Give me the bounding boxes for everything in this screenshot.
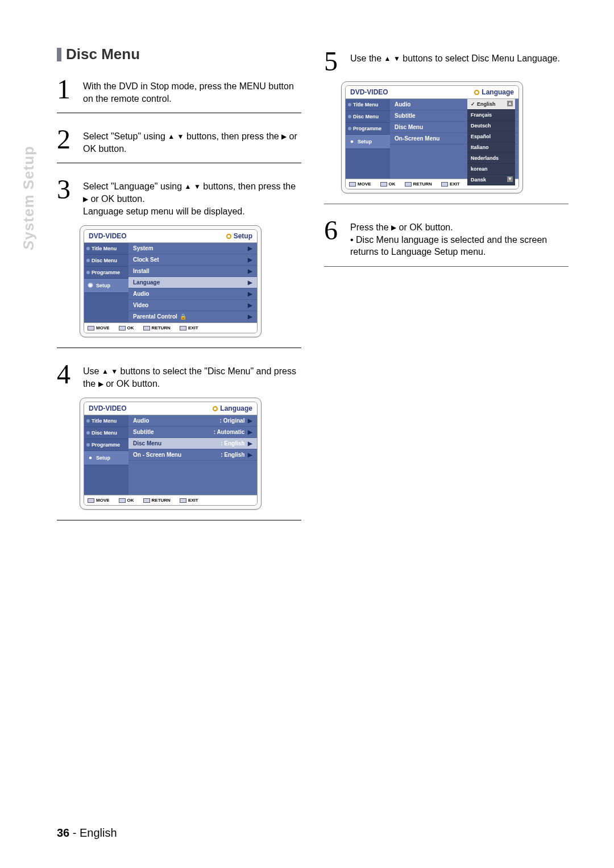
divider [57,520,301,520]
divider [57,113,301,113]
right-arrow-icon: ▶ [248,268,252,274]
osd-foot-move: MOVE [88,498,110,503]
osd-foot-exit: EXIT [180,325,198,330]
ring-icon [213,406,218,411]
osd-side-item-setup: Setup [84,451,128,465]
osd-row: Parental Control🔒▶ [128,311,257,323]
right-arrow-icon: ▶ [248,291,252,297]
osd-device-label: DVD-VIDEO [89,232,127,240]
gear-icon [86,282,94,290]
osd-lang-option: Français [467,110,515,121]
step-2-text: Select "Setup" using ▲ ▼ buttons, then p… [83,127,301,155]
step-number: 6 [324,218,343,242]
osd-breadcrumb: Language [213,404,252,412]
step-6-text: Press the ▶ or OK button. • Disc Menu la… [350,218,569,258]
osd-foot-ok: OK [380,181,396,187]
osd-side-item: Title Menu [346,99,390,111]
osd-foot-ok: OK [119,325,134,330]
osd-row: Install▶ [128,266,257,277]
right-arrow-icon: ▶ [248,245,252,251]
osd-side-item: Disc Menu [84,255,128,267]
osd-row: Clock Set▶ [128,254,257,266]
step-number: 1 [57,77,76,101]
right-arrow-icon: ▶ [248,302,252,308]
osd-side-item-setup: Setup [346,135,390,149]
osd-sidebar: Title Menu Disc Menu Programme Setup [84,243,128,323]
right-triangle-icon: ▶ [281,132,287,141]
osd-language-dropdown: English▲ Français Deutsch Español Italia… [467,99,515,185]
step-number: 4 [57,362,76,386]
osd-side-item-setup: Setup [84,279,128,293]
osd-lang-option: Italiano [467,142,515,153]
step-number: 3 [57,177,76,201]
divider [324,266,569,267]
step-number: 2 [57,127,76,151]
down-triangle-icon: ▼ [194,182,201,191]
osd-side-item: Title Menu [84,243,128,255]
osd-row: Audio▶ [128,288,257,300]
right-arrow-icon: ▶ [248,452,252,458]
step-3-text: Select "Language" using ▲ ▼ buttons, the… [83,177,301,217]
ring-icon [226,234,231,239]
page-number: 36 - English [57,826,117,840]
osd-setup-menu: DVD-VIDEO Setup Title Menu Disc Menu Pro… [80,225,262,337]
osd-side-item: Disc Menu [346,111,390,123]
osd-row-selected: Disc Menu: English ▶ [128,438,257,449]
up-triangle-icon: ▲ [384,54,391,63]
svg-point-2 [351,140,354,143]
osd-foot-exit: EXIT [441,181,460,187]
down-triangle-icon: ▼ [393,54,400,63]
osd-foot-return: RETURN [143,498,171,503]
osd-footer: MOVE OK RETURN EXIT [84,323,257,333]
osd-side-item: Programme [84,267,128,279]
title-accent-bar [57,48,61,61]
divider [57,163,301,163]
step-4-text: Use ▲ ▼ buttons to select the "Disc Menu… [83,362,301,390]
osd-main-list: Audio: Original ▶ Subtitle: Automatic ▶ … [128,415,257,495]
right-arrow-icon: ▶ [248,313,252,320]
gear-icon [86,454,94,462]
up-triangle-icon: ▲ [185,182,192,191]
osd-row: Video▶ [128,300,257,311]
lock-icon: 🔒 [180,313,186,320]
step-5-text: Use the ▲ ▼ buttons to select Disc Menu … [350,49,560,65]
up-triangle-icon: ▲ [168,132,175,141]
osd-foot-move: MOVE [349,181,371,187]
osd-row: Subtitle: Automatic ▶ [128,427,257,438]
up-triangle-icon: ▲ [102,367,109,376]
step-1-text: With the DVD in Stop mode, press the MEN… [83,77,301,105]
osd-sidebar: Title Menu Disc Menu Programme Setup [346,99,390,179]
osd-lang-option: korean [467,164,515,175]
osd-lang-option: Español [467,131,515,142]
right-triangle-icon: ▶ [83,195,88,204]
right-triangle-icon: ▶ [391,223,396,232]
gear-icon [348,138,356,146]
divider [57,348,301,348]
right-triangle-icon: ▶ [98,379,103,388]
osd-device-label: DVD-VIDEO [89,404,127,412]
osd-lang-option: Deutsch [467,121,515,131]
osd-side-item: Programme [84,439,128,451]
osd-footer: MOVE OK RETURN EXIT [84,495,257,505]
osd-row: System▶ [128,243,257,254]
down-triangle-icon: ▼ [177,132,184,141]
osd-row: On - Screen Menu: English ▶ [128,449,257,461]
right-arrow-icon: ▶ [248,429,252,435]
osd-side-item: Title Menu [84,415,128,427]
osd-sidebar: Title Menu Disc Menu Programme Setup [84,415,128,495]
osd-row-selected: Language▶ [128,277,257,288]
osd-side-item: Disc Menu [84,427,128,439]
right-arrow-icon: ▶ [248,440,252,447]
osd-foot-return: RETURN [143,325,171,330]
osd-main-list: System▶ Clock Set▶ Install▶ Language▶ Au… [128,243,257,323]
scroll-up-icon: ▲ [507,101,513,106]
right-arrow-icon: ▶ [248,257,252,263]
ring-icon [474,90,479,95]
step-number: 5 [324,49,343,73]
osd-breadcrumb: Setup [226,232,252,240]
osd-lang-option-selected: English▲ [467,99,515,110]
divider [324,204,569,204]
osd-foot-exit: EXIT [180,498,198,503]
osd-language-select: DVD-VIDEO Language Title Menu Disc Menu … [341,81,523,193]
osd-breadcrumb: Language [474,88,514,96]
